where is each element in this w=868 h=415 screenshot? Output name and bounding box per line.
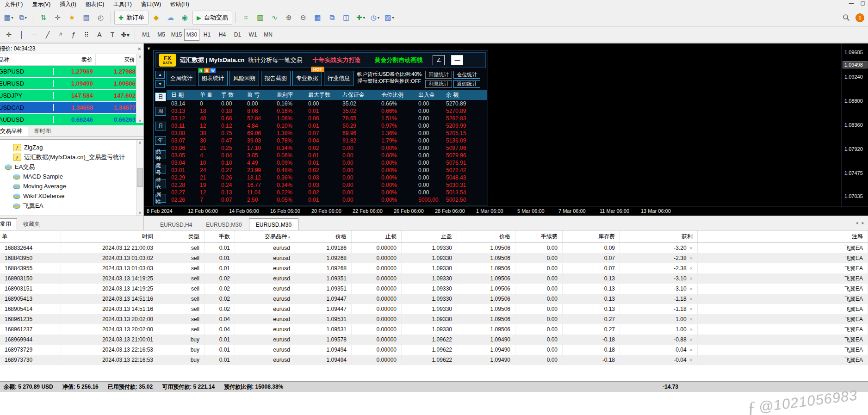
navigator-item[interactable]: Moving Average — [0, 181, 143, 191]
trade-row[interactable]: 1689699442024.03.13 21:00:01buy0.01eurus… — [0, 334, 868, 345]
trade-row[interactable]: 1689054132024.03.13 14:51:16sell0.02euru… — [0, 294, 868, 304]
timeframe-m30[interactable]: M30 — [184, 29, 199, 41]
menu-item-3[interactable]: 图表(C) — [81, 0, 109, 8]
crosshair-icon[interactable]: ✛ — [3, 29, 15, 41]
navigator-item[interactable]: EA交易 — [0, 162, 143, 172]
trade-column-0[interactable]: 单 — [0, 230, 61, 242]
scroll-up-icon[interactable]: ∧ — [138, 140, 142, 145]
navigator-item[interactable]: 飞翼EA — [0, 201, 143, 211]
zoom-in-icon[interactable]: ⊕ — [282, 11, 296, 25]
zoom-out-icon[interactable]: ⊖ — [297, 11, 310, 25]
navigator-icon[interactable]: ★ — [65, 11, 79, 25]
ea-row-tab[interactable]: 月 — [155, 122, 166, 130]
scroll-down-icon[interactable]: ∨ — [138, 211, 142, 215]
quote-row[interactable]: AUDUSD0.662460.66263 — [0, 114, 143, 126]
timeframe-w1[interactable]: W1 — [245, 29, 260, 41]
trade-column-3[interactable]: 手数 — [205, 230, 235, 242]
trade-column-4[interactable]: 交易品种▴ — [235, 230, 295, 242]
close-order-icon[interactable]: × — [690, 347, 693, 353]
menu-item-4[interactable]: 工具(T) — [109, 0, 136, 8]
ea-stat-button-2[interactable]: 利息统计 — [425, 80, 452, 88]
close-icon[interactable]: × — [137, 45, 141, 52]
new-chart-icon[interactable]: ▦▾ — [2, 11, 15, 25]
close-order-icon[interactable]: × — [690, 337, 693, 342]
fibonacci-icon[interactable]: ƒ — [68, 29, 80, 41]
market-watch-scrollbar[interactable]: ∧ ∨ — [136, 54, 143, 123]
quote-row[interactable]: USDCAD1.346581.34677 — [0, 102, 143, 114]
navigator-tab-1[interactable]: 收藏夹 — [17, 218, 46, 230]
close-order-icon[interactable]: × — [690, 296, 693, 302]
scroll-down-icon[interactable]: ∨ — [138, 118, 142, 123]
ea-row-tab[interactable]: 日 — [155, 93, 166, 101]
navigator-item[interactable]: MACD Sample — [0, 172, 143, 181]
shapes-icon[interactable]: ✤▾ — [119, 29, 131, 41]
trade-column-1[interactable]: 时间 — [61, 230, 158, 242]
menu-item-0[interactable]: 文件(F) — [0, 0, 27, 8]
ea-row-tab[interactable]: 品种 — [155, 150, 166, 159]
quote-row[interactable]: EURUSD1.094901.09506 — [0, 78, 143, 90]
close-order-icon[interactable]: × — [690, 255, 693, 261]
close-order-icon[interactable]: × — [690, 245, 693, 251]
trade-row[interactable]: 1689031512024.03.13 14:19:25sell0.02euru… — [0, 284, 868, 294]
close-order-icon[interactable]: × — [690, 327, 693, 332]
timeframe-mn[interactable]: MN — [260, 29, 276, 41]
ea-nav-button-0[interactable]: 全局统计 — [167, 71, 196, 86]
navigator-item[interactable]: WikiFXDefense — [0, 191, 143, 201]
market-watch-icon[interactable]: ⇅ — [37, 11, 50, 25]
arrange-windows-icon[interactable]: ◫ — [340, 11, 353, 25]
trade-column-12[interactable]: 注释 — [698, 230, 868, 242]
trade-row[interactable]: 1688326442024.03.12 21:00:03sell0.01euru… — [0, 243, 868, 253]
close-order-icon[interactable]: × — [690, 266, 693, 271]
trendline-icon[interactable]: ╱ — [42, 29, 54, 41]
trade-column-5[interactable]: 价格 — [295, 230, 352, 242]
navigator-item[interactable]: ƒZigZag — [0, 142, 143, 152]
profiles-icon[interactable]: ⧉▾ — [16, 11, 30, 25]
trade-row[interactable]: 1689737292024.03.13 22:16:53buy0.01eurus… — [0, 345, 868, 355]
ea-row-tab[interactable]: 周 — [155, 107, 166, 116]
timeframe-h4[interactable]: H4 — [215, 29, 230, 41]
terminal-icon[interactable]: ▤ — [80, 11, 93, 25]
tile-windows-icon[interactable]: ▦ — [311, 11, 324, 25]
trade-column-9[interactable]: 手续费 — [515, 230, 563, 242]
ea-minimize-button[interactable]: — — [451, 55, 463, 65]
chart-tab-2[interactable]: EURUSD,M30 — [249, 218, 298, 230]
ea-nav-button-5[interactable]: 行业信息 — [324, 71, 353, 86]
trade-column-8[interactable]: 价格 — [457, 230, 515, 242]
menu-item-1[interactable]: 显示(V) — [27, 0, 55, 8]
navigator-tab-0[interactable]: 常用 — [0, 218, 17, 230]
scroll-up-icon[interactable]: ∧ — [138, 54, 142, 59]
close-order-icon[interactable]: × — [690, 357, 693, 363]
chart-area[interactable]: ▼ FX DATA 迈汇数据 | MyfxData.cn 统计分析每一笔交易 十… — [144, 43, 868, 216]
data-window-icon[interactable]: ✛ — [51, 11, 64, 25]
window-minimize-icon[interactable]: — — [849, 0, 854, 6]
trade-column-11[interactable]: 获利 — [620, 230, 698, 242]
window-maximize-icon[interactable]: ▢ — [861, 0, 865, 6]
ea-row-tab[interactable]: 魔号 — [155, 165, 166, 173]
column-ask[interactable]: 买价 — [96, 54, 138, 65]
price-scale[interactable]: 1.096851.092401.088001.083601.079201.074… — [842, 43, 868, 206]
ea-stat-button-3[interactable]: 返佣统计 — [453, 80, 480, 88]
timeframe-m1[interactable]: M1 — [138, 29, 154, 41]
signals-icon[interactable]: ◉ — [178, 11, 192, 25]
ea-nav-button-4[interactable]: 专业数据 — [292, 71, 322, 86]
new-order-button[interactable]: ✚新订单 — [114, 11, 149, 25]
text-label-icon[interactable]: T — [106, 29, 118, 41]
chart-candles-icon[interactable]: ▥ — [254, 11, 267, 25]
tab-scroll-left-icon[interactable]: ◂ — [856, 220, 858, 226]
notification-badge[interactable]: 1 — [856, 13, 864, 22]
trade-row[interactable]: 1689612352024.03.13 20:02:00sell0.04euru… — [0, 314, 868, 324]
trade-column-2[interactable]: 类型 — [158, 230, 205, 242]
autotrade-button[interactable]: ▶自动交易 — [192, 11, 232, 25]
chart-line-icon[interactable]: ∿ — [268, 11, 281, 25]
menu-item-2[interactable]: 插入(I) — [55, 0, 81, 8]
cascade-windows-icon[interactable]: ⧉ — [325, 11, 339, 25]
tab-scroll-right-icon[interactable]: ▸ — [862, 220, 864, 226]
ea-angle-button[interactable]: ∠ — [433, 55, 445, 65]
strategy-tester-icon[interactable]: ◴ — [94, 11, 107, 25]
horizontal-line-icon[interactable]: ─ — [29, 29, 41, 41]
column-symbol[interactable]: 品种 — [0, 54, 53, 65]
ea-stat-button-1[interactable]: 仓位统计 — [453, 71, 480, 79]
timeframe-m15[interactable]: M15 — [169, 29, 184, 41]
close-order-icon[interactable]: × — [690, 286, 693, 291]
quote-row[interactable]: GBPUSD1.279691.27988 — [0, 66, 143, 78]
